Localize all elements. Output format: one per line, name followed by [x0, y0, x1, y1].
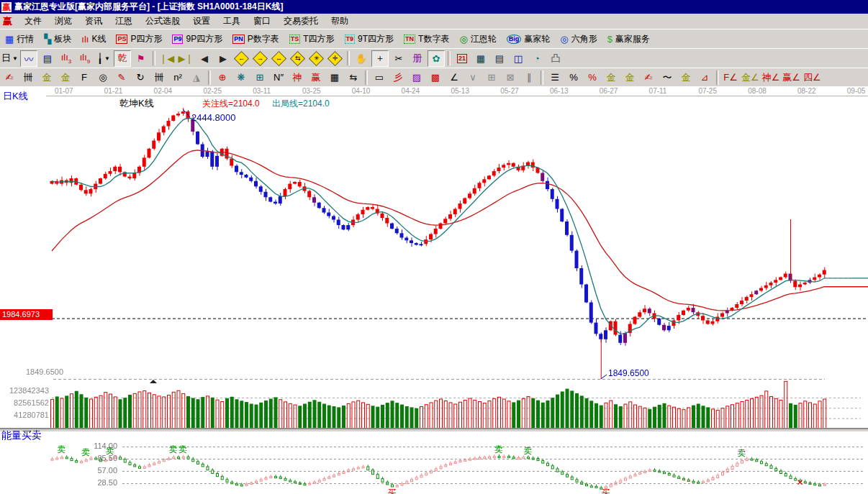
pan-left-icon[interactable]: ← [233, 50, 250, 67]
p9-square-button[interactable]: P99P四方形 [167, 30, 227, 47]
gold-levels-icon[interactable]: 金 [621, 69, 638, 86]
crosshair-icon[interactable]: ＋ [371, 50, 389, 67]
chart-3-icon[interactable]: ılı3 [58, 50, 75, 67]
gann-set-icon[interactable]: 册 [409, 50, 426, 67]
pan-right-icon[interactable]: → [252, 50, 269, 67]
menu-file[interactable]: 文件 [18, 14, 48, 29]
compress-h-icon[interactable]: ⇆ [289, 50, 307, 67]
smart-map-icon[interactable]: ✿ [428, 50, 445, 67]
first-page-icon[interactable]: ❘◀ [158, 50, 176, 67]
pen-lines-icon[interactable]: ✎ [113, 69, 130, 86]
fit-screen-icon[interactable]: ✛ [327, 50, 344, 67]
kline-button[interactable]: ılıK线 [76, 30, 111, 47]
gold-circle-icon[interactable]: 金 [602, 69, 620, 86]
division-lines-icon[interactable]: 卌 [150, 69, 168, 86]
grid-gray-icon[interactable]: ⊞ [483, 69, 500, 86]
percent-red-icon[interactable]: % [584, 69, 601, 86]
menu-news[interactable]: 资讯 [78, 14, 109, 29]
n-square-icon[interactable]: n² [169, 69, 186, 86]
candle-type-dropdown-dropdown-arrow[interactable]: ▼ [104, 55, 110, 62]
p-number-button[interactable]: PNP数字表 [227, 30, 284, 47]
menu-browse[interactable]: 浏览 [48, 14, 78, 29]
v-lines-icon[interactable]: ∨ [464, 69, 482, 86]
spiral-tool-icon[interactable]: ◎ [94, 69, 112, 86]
hand-tool-icon[interactable]: ✋ [353, 50, 370, 67]
grid-circle-icon[interactable]: ⊞ [251, 69, 268, 86]
gann-box-purple-icon-glyph: ▨ [412, 72, 421, 83]
ying-tool-icon[interactable]: 赢 [307, 69, 325, 86]
t9-square-button[interactable]: T99T四方形 [340, 30, 399, 47]
calculator-icon[interactable]: ▦ [472, 50, 489, 67]
hexagon-button[interactable]: ◎六角形 [555, 30, 602, 47]
grid-circle-icon-glyph: ⊞ [256, 72, 264, 83]
trend-chart-icon[interactable]: 〰 [20, 50, 37, 67]
gann-box-purple-icon[interactable]: ▨ [408, 69, 425, 86]
cycle-circle-icon[interactable]: ↻ [132, 69, 149, 86]
shen-angle-line-icon[interactable]: 神∠ [761, 69, 781, 86]
menu-settings[interactable]: 设置 [186, 14, 217, 29]
f-angle-line-icon[interactable]: F∠ [722, 69, 739, 86]
chart-9-icon[interactable]: ılı9 [76, 50, 94, 67]
speed-fan-icon[interactable]: 彡 [389, 69, 407, 86]
print-icon[interactable]: 凸 [547, 50, 564, 67]
prev-icon[interactable]: ◀ [196, 50, 213, 67]
gold-line-a-icon[interactable]: 金 [38, 69, 55, 86]
p-square-button[interactable]: PSP四方形 [111, 30, 167, 47]
menu-trade[interactable]: 交易委托 [277, 14, 325, 29]
gann-wheel-button[interactable]: ◎江恩轮 [454, 30, 501, 47]
t-square-button[interactable]: TST四方形 [284, 30, 340, 47]
wave-tool-icon[interactable]: 〜 [659, 69, 676, 86]
next-icon[interactable]: ▶ [214, 50, 232, 67]
menu-formula-stock-pick[interactable]: 公式选股 [139, 14, 186, 29]
box-tool-icon[interactable]: ▭ [371, 69, 388, 86]
calendar-icon[interactable]: 21 [453, 50, 471, 67]
kline-chart-canvas[interactable] [0, 96, 868, 494]
grid-shift-icon[interactable]: ⊠ [502, 69, 519, 86]
j-angle-icon[interactable]: ⊿ [696, 69, 713, 86]
parallel-lines-icon[interactable]: ∥ [520, 69, 538, 86]
number-grid-icon[interactable]: ▦ [326, 69, 343, 86]
width-arrows-icon[interactable]: ⇆ [345, 69, 362, 86]
gold-line-b-icon[interactable]: 金 [57, 69, 74, 86]
menu-tools[interactable]: 工具 [217, 14, 247, 29]
gann-grid-red-icon[interactable]: ▩ [427, 69, 444, 86]
panel-splitter[interactable] [0, 428, 868, 432]
time-lines-icon[interactable]: 卌 [19, 69, 37, 86]
quote-button[interactable]: ▦行情 [0, 30, 39, 47]
measure-icon[interactable]: ✂ [390, 50, 407, 67]
pen-tool-icon[interactable]: ✍ [1, 69, 18, 86]
info-doc-icon[interactable]: ▤ [39, 50, 56, 67]
gold-grid-icon[interactable]: 金 [677, 69, 695, 86]
four-angle-line-icon[interactable]: 四∠ [803, 69, 822, 86]
expand-h-icon[interactable]: ↔ [271, 50, 288, 67]
pen-flag-icon[interactable]: ✍ [640, 69, 657, 86]
notes-icon[interactable]: ▤ [491, 50, 508, 67]
save-timer-icon[interactable]: ◔ [528, 50, 546, 67]
save-icon[interactable]: ◫ [510, 50, 527, 67]
winner-service-button[interactable]: $赢家服务 [602, 30, 655, 47]
fib-f-lines-icon[interactable]: F [76, 69, 93, 86]
star-circle-icon[interactable]: ❋ [232, 69, 250, 86]
k-mark-icon[interactable]: N″ [270, 69, 287, 86]
angle-lines-icon[interactable]: ∠ [446, 69, 463, 86]
t-number-button[interactable]: TNT数字表 [399, 30, 454, 47]
menu-gann[interactable]: 江恩 [109, 14, 139, 29]
qiankun-toggle-icon[interactable]: 乾 [114, 50, 131, 67]
winner-wheel-button[interactable]: Big赢家轮 [502, 30, 556, 47]
period-day-dropdown[interactable]: 日▼ [1, 50, 19, 67]
angle-flag-icon[interactable]: ◮ [188, 69, 205, 86]
candle-type-dropdown[interactable]: ╽▼ [95, 50, 112, 67]
ying-angle-line-icon[interactable]: 赢∠ [782, 69, 801, 86]
price-list-icon[interactable]: ☰ [546, 69, 564, 86]
percent-line-icon[interactable]: % [565, 69, 582, 86]
period-day-dropdown-dropdown-arrow[interactable]: ▼ [12, 55, 18, 62]
menu-window[interactable]: 窗口 [247, 14, 277, 29]
shen-tool-icon[interactable]: 神 [289, 69, 306, 86]
gold-angle-line-icon[interactable]: 金∠ [741, 69, 760, 86]
flag-icon[interactable]: ⚑ [132, 50, 150, 67]
expand-all-icon[interactable]: ✳ [308, 50, 325, 67]
last-page-icon[interactable]: ▶❘ [177, 50, 194, 67]
menu-help[interactable]: 帮助 [325, 14, 355, 29]
target-circle-icon[interactable]: ⊕ [214, 69, 231, 86]
sector-button[interactable]: ▚板块 [39, 30, 76, 47]
